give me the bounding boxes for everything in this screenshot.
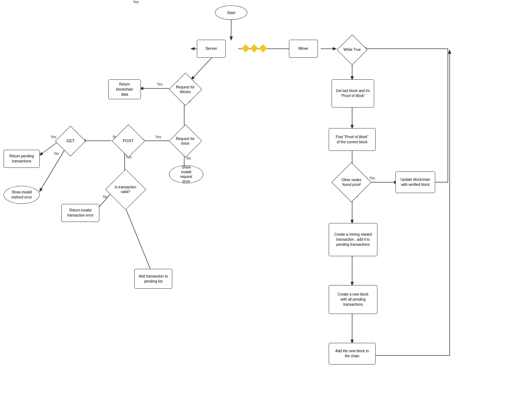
return-blockchain-node: Returnblockchaindata	[108, 79, 141, 99]
miner-node: Miner	[289, 40, 318, 58]
label-no-req-txion: No	[186, 156, 191, 160]
yellow-diamond-2	[250, 44, 259, 53]
flowchart-diagram: Yes No Yes No Yes No Yes No No Yes Yes N…	[0, 0, 532, 406]
get-node: GET	[56, 129, 85, 153]
svg-line-2	[191, 57, 212, 79]
show-invalid-request-node: Show invalidrequest error	[169, 165, 203, 183]
yellow-diamond-1	[242, 44, 250, 53]
label-yes-req-txion: Yes	[155, 135, 161, 139]
show-invalid-method-node: Show invalidmethod error	[4, 186, 40, 204]
label-yes-is-tx-valid: Yes	[133, 0, 139, 4]
update-blockchain-node: Update blockchainwith verified block	[395, 171, 435, 193]
label-yes-get: Yes	[51, 135, 56, 139]
add-new-block-node: Add the new block tothe chain	[329, 343, 376, 364]
create-mining-reward-node: Create a mining rewardtransaction , add …	[329, 223, 377, 256]
req-blocks-node: Request for/blocks	[169, 78, 202, 101]
create-new-block-node: Create a new blockwith all pendingtransa…	[329, 285, 377, 314]
post-node: POST	[112, 129, 144, 153]
svg-line-10	[40, 146, 67, 191]
start-node: Start	[215, 5, 247, 20]
label-yes-req-blocks: Yes	[157, 82, 163, 86]
is-tx-valid-node: Is transactionvalid?	[107, 173, 144, 206]
while-true-node: While True	[336, 40, 368, 60]
find-pow-node: Find "Proof of Work"of the current block	[329, 128, 376, 151]
other-nodes-found-node: Other nodesfound proof	[332, 168, 371, 197]
get-last-block-node: Get last block and it's"Proof of Work"	[332, 79, 374, 108]
yellow-diamond-3	[259, 44, 267, 53]
connector-dots	[241, 45, 267, 51]
return-pending-node: Return pendingtransactions	[4, 150, 40, 168]
add-tx-pending-node: Add transaction topending list	[134, 269, 172, 289]
return-invalid-tx-node: Return invalidtransaction error	[61, 204, 99, 222]
arrows-svg	[0, 0, 532, 406]
req-txion-node: Request for/txion	[169, 129, 202, 153]
server-node: Server	[197, 40, 226, 58]
svg-line-12	[125, 206, 152, 272]
